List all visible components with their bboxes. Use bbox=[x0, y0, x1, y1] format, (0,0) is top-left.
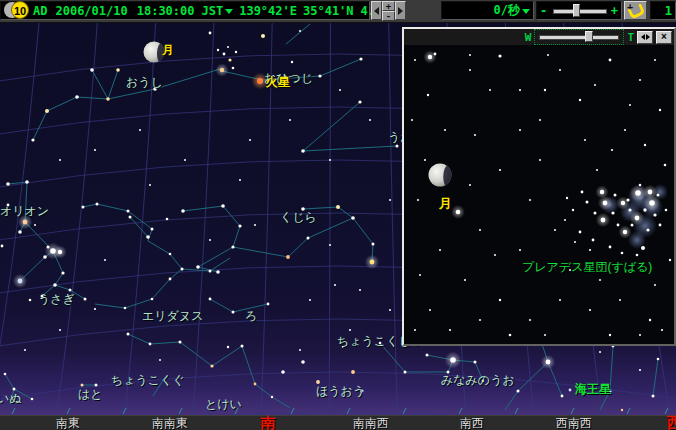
direction-label[interactable]: 南東 bbox=[56, 417, 80, 430]
resize-window-button[interactable] bbox=[637, 31, 653, 44]
direction-label[interactable]: 南南東 bbox=[152, 417, 188, 430]
zoom-window: W T × 月 プレアデス星団(すばる) bbox=[402, 27, 676, 346]
timezone-display[interactable]: JST bbox=[202, 4, 224, 18]
step-minus-button[interactable]: - bbox=[382, 11, 395, 21]
datetime-location-panel: 10 AD 2006/01/10 18:30:00 JST 139°42'E 3… bbox=[0, 1, 370, 20]
step-back-button[interactable] bbox=[371, 1, 382, 20]
tele-label: T bbox=[627, 32, 634, 43]
moon-phase-day-icon: 10 bbox=[3, 1, 30, 20]
count-panel: 1 bbox=[650, 1, 676, 20]
pleiades-label: プレアデス星団(すばる) bbox=[522, 259, 652, 276]
slider-track bbox=[539, 35, 619, 40]
planetarium-app: 月おうしおひつじ火星オリオンうさぎくじらうおエリダヌスろちょうこくしつちょうこく… bbox=[0, 0, 676, 430]
speed-panel[interactable]: 0/秒 bbox=[441, 1, 534, 20]
zoom-in-label[interactable]: + bbox=[611, 4, 618, 18]
step-back-icon bbox=[374, 7, 379, 15]
latitude-display: 35°41'N bbox=[303, 4, 354, 18]
arrow-right-icon bbox=[646, 34, 650, 40]
direction-bar[interactable]: 南東南南東南南南西南西西南西西 bbox=[0, 415, 676, 430]
zoom-slider[interactable] bbox=[553, 3, 605, 18]
speed-display[interactable]: 0/秒 bbox=[494, 2, 520, 19]
count-display: 1 bbox=[665, 4, 672, 18]
zoom-window-titlebar[interactable]: W T × bbox=[404, 29, 674, 45]
step-forward-button[interactable] bbox=[395, 1, 406, 20]
zoom-window-view[interactable]: 月 プレアデス星団(すばる) bbox=[404, 45, 674, 344]
slider-track bbox=[553, 9, 607, 14]
zoom-level-slider[interactable] bbox=[534, 29, 624, 45]
timezone-dropdown-icon[interactable] bbox=[225, 9, 233, 14]
moon-label: 月 bbox=[439, 195, 452, 213]
arrow-left-icon bbox=[641, 34, 645, 40]
step-plus-button[interactable]: + bbox=[382, 1, 395, 11]
zoom-panel: - + bbox=[536, 1, 622, 20]
close-window-button[interactable]: × bbox=[656, 31, 672, 44]
direction-label[interactable]: 西南西 bbox=[556, 417, 592, 430]
direction-label[interactable]: 南 bbox=[261, 416, 276, 430]
zoom-out-label[interactable]: - bbox=[540, 4, 547, 18]
main-toolbar: 10 AD 2006/01/10 18:30:00 JST 139°42'E 3… bbox=[0, 0, 676, 23]
direction-label[interactable]: 南西 bbox=[460, 417, 484, 430]
time-step-controls: + - bbox=[371, 1, 406, 20]
moon-age-badge: 10 bbox=[11, 1, 29, 19]
step-forward-icon bbox=[398, 7, 403, 15]
longitude-display: 139°42'E bbox=[239, 4, 297, 18]
tool-button[interactable]: + bbox=[624, 1, 647, 20]
slider-thumb[interactable] bbox=[573, 4, 580, 17]
direction-label[interactable]: 西 bbox=[667, 416, 676, 430]
wide-label: W bbox=[525, 32, 532, 43]
time-display[interactable]: 18:30:00 bbox=[137, 4, 195, 18]
speed-dropdown-icon[interactable] bbox=[522, 9, 530, 14]
era-label: AD bbox=[33, 4, 47, 18]
direction-label[interactable]: 南南西 bbox=[353, 417, 389, 430]
slider-thumb[interactable] bbox=[585, 31, 593, 42]
date-display[interactable]: 2006/01/10 bbox=[55, 4, 127, 18]
